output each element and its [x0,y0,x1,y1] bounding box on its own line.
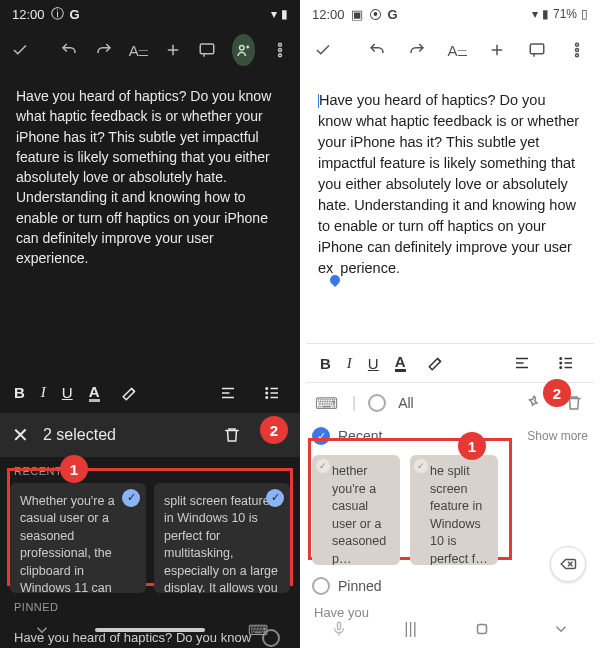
voice-icon[interactable] [325,615,353,643]
signal-icon: ▮ [542,7,549,21]
battery-level: 71% [553,7,577,21]
svg-point-31 [560,367,562,369]
svg-point-27 [560,358,562,360]
text-format-icon[interactable]: A— [128,36,149,64]
undo-icon[interactable] [59,36,80,64]
close-selection-icon[interactable]: ✕ [12,423,29,447]
insert-icon[interactable] [484,36,510,64]
select-all-checkbox[interactable] [368,394,386,412]
svg-point-23 [576,54,579,57]
checked-icon: ✓ [122,489,140,507]
delete-icon[interactable] [218,421,246,449]
keyboard-toggle-icon[interactable]: ⌨ [312,389,340,417]
undo-icon[interactable] [364,36,390,64]
status-time: 12:00 [312,7,345,22]
svg-point-13 [266,392,268,394]
clipboard-card[interactable]: split screen feature in Windows 10 is pe… [154,483,290,593]
svg-point-4 [239,46,244,51]
clipboard-card-text: split screen feature in Windows 10 is pe… [164,494,278,593]
nav-home[interactable] [468,615,496,643]
confirm-icon[interactable] [310,36,336,64]
nav-handle[interactable] [95,628,205,632]
comment-icon[interactable] [524,36,550,64]
share-button[interactable] [232,34,256,66]
overflow-icon[interactable] [564,36,590,64]
text-color-button[interactable]: A [395,354,406,372]
bullets-icon[interactable] [552,349,580,377]
wifi-icon: ▾ [532,7,538,21]
comment-icon[interactable] [197,36,218,64]
collapse-icon[interactable] [28,616,56,644]
battery-icon: ▮ [281,7,288,21]
all-label: All [398,395,414,411]
clipboard-card[interactable]: ✓ hether you're a casual user or a seaso… [312,455,400,565]
highlight-icon[interactable] [116,379,144,407]
svg-rect-35 [338,622,341,630]
underline-button[interactable]: U [62,384,73,401]
clipboard-card-text: he split screen feature in Windows 10 is… [418,463,490,565]
pinned-checkbox[interactable] [312,577,330,595]
google-icon: G [388,7,398,22]
image-icon: ▣ [351,7,363,22]
text-format-icon[interactable]: A— [444,36,470,64]
annotation-badge-2: 2 [260,416,288,444]
text-color-button[interactable]: A [89,384,100,402]
checked-icon: ✓ [266,489,284,507]
svg-point-29 [560,362,562,364]
redo-icon[interactable] [404,36,430,64]
doc-text: perience. [340,260,400,276]
svg-point-22 [576,49,579,52]
wifi-icon: ▾ [271,7,277,21]
bold-button[interactable]: B [320,355,331,372]
clipboard-card[interactable]: Whether you're a casual user or a season… [10,483,146,593]
svg-rect-37 [477,625,486,634]
svg-point-7 [278,54,281,57]
battery-icon: ▯ [581,7,588,21]
svg-point-21 [576,43,579,46]
bold-button[interactable]: B [14,384,25,401]
svg-point-6 [278,49,281,52]
status-time: 12:00 [12,7,45,22]
clipboard-card-text: Whether you're a casual user or a season… [20,494,119,593]
info-icon: ⓘ [51,5,64,23]
highlight-icon[interactable] [422,349,450,377]
annotation-badge-1: 1 [60,455,88,483]
pinned-label: Pinned [338,578,382,594]
insert-icon[interactable] [163,36,184,64]
backspace-button[interactable] [550,546,586,582]
svg-point-5 [278,43,281,46]
google-icon: G [70,7,80,22]
confirm-icon[interactable] [10,36,31,64]
document-body[interactable]: Have you heard of haptics? Do you know w… [0,72,300,283]
align-icon[interactable] [214,379,242,407]
show-more-link[interactable]: Show more [527,429,588,443]
doc-text: Have you heard of haptics? Do you know w… [318,92,579,276]
location-icon: ⦿ [369,7,382,22]
annotation-badge-1: 1 [458,432,486,460]
italic-button[interactable]: I [347,355,352,372]
redo-icon[interactable] [93,36,114,64]
underline-button[interactable]: U [368,355,379,372]
italic-button[interactable]: I [41,384,46,401]
svg-rect-19 [530,44,544,54]
keyboard-icon[interactable]: ⌨ [244,616,272,644]
bullets-icon[interactable] [258,379,286,407]
overflow-icon[interactable] [269,36,290,64]
svg-point-15 [266,396,268,398]
document-body[interactable]: Have you heard of haptics? Do you know w… [300,72,600,303]
annotation-badge-2: 2 [543,379,571,407]
svg-point-11 [266,387,268,389]
clipboard-card[interactable]: ✓ he split screen feature in Windows 10 … [410,455,498,565]
nav-recent[interactable]: ||| [404,620,416,638]
nav-back[interactable] [547,615,575,643]
selection-count: 2 selected [43,426,116,444]
clipboard-card-text: hether you're a casual user or a seasone… [320,463,392,565]
align-icon[interactable] [508,349,536,377]
svg-rect-2 [201,44,215,54]
